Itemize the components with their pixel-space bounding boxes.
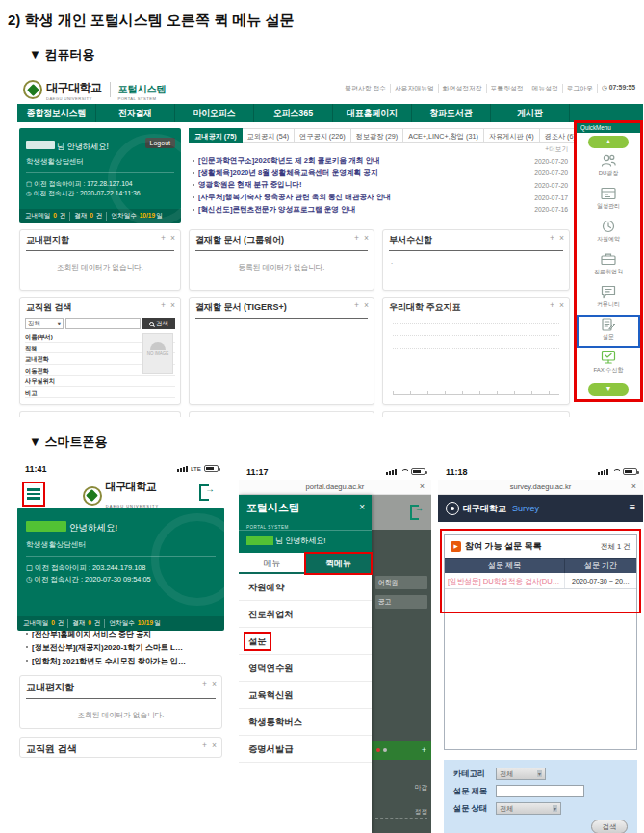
- survey-table-row[interactable]: [일반설문] DU학업적응 검사(DU… 2020-07-30 ~ 20…: [445, 573, 636, 589]
- drawer-item-certificate[interactable]: 증명서발급: [239, 736, 372, 763]
- stat-mail[interactable]: 교내메일 0 건: [23, 619, 67, 628]
- battery-icon: [411, 468, 425, 475]
- tab-menu[interactable]: 메뉴: [239, 553, 305, 574]
- drawer-item-resource-booking[interactable]: 자원예약: [239, 574, 372, 601]
- survey-title-input[interactable]: [496, 785, 584, 797]
- close-icon[interactable]: ×: [559, 233, 564, 243]
- quickmenu-scroll-up-button[interactable]: ▲: [588, 136, 629, 148]
- notice-item[interactable]: [인문과학연구소]2020학년도 제 2회 콜로키움 개최 안내2020-07-…: [191, 155, 568, 168]
- tab-campus-notice[interactable]: 교내공지 (75): [189, 128, 243, 143]
- nav-item-library[interactable]: 창파도서관: [412, 104, 491, 122]
- greeting-text: 안녕하세요!: [69, 522, 117, 533]
- nav-item-office365[interactable]: 오피스365: [254, 104, 333, 122]
- nav-item-board[interactable]: 게시판: [491, 104, 570, 122]
- tab-research-notice[interactable]: 연구공지 (226): [295, 128, 351, 143]
- stat-mail[interactable]: 교내메일 0 건: [25, 212, 69, 221]
- add-icon[interactable]: +: [161, 233, 166, 243]
- quickmenu-item-schedule[interactable]: 일정관리: [577, 184, 640, 217]
- quickmenu-item-survey-annotated-blue[interactable]: 설문: [577, 315, 640, 348]
- drawer-item-career-center[interactable]: 진로취업처: [239, 601, 372, 628]
- search-button[interactable]: 검색: [591, 820, 628, 833]
- add-icon[interactable]: +: [202, 679, 207, 689]
- user-department: 학생생활상담센터: [26, 157, 174, 167]
- utility-link-portlet[interactable]: 포틀릿설정: [486, 84, 528, 93]
- close-icon[interactable]: ×: [631, 482, 636, 491]
- close-icon[interactable]: ×: [364, 233, 369, 243]
- stat-leave[interactable]: 연차일수 10/19일: [104, 619, 164, 628]
- close-icon[interactable]: ×: [170, 300, 175, 310]
- chevron-down-icon: ▾: [58, 320, 61, 327]
- browser-url-bar: survey.daegu.ac.kr ×: [438, 480, 643, 495]
- survey-link[interactable]: [일반설문] DU학업적응 검사(DU…: [445, 573, 565, 588]
- kpi-placeholder-lines: [393, 323, 559, 349]
- notice-more-link[interactable]: +더보기: [545, 145, 568, 154]
- notice-item[interactable]: [사무처]행복기숙사 증축공사 관련 옥외 통신 배관공사 안내2020-07-…: [191, 192, 568, 204]
- add-icon[interactable]: +: [202, 741, 207, 750]
- drawer-item-education-innovation[interactable]: 교육혁신원: [239, 682, 372, 709]
- utility-link-feedback[interactable]: 불편사항 접수: [341, 84, 390, 93]
- add-icon[interactable]: +: [550, 300, 554, 310]
- add-icon[interactable]: +: [354, 233, 359, 243]
- utility-link-menu-setting[interactable]: 메뉴설정: [528, 84, 562, 93]
- close-icon[interactable]: ×: [359, 502, 365, 512]
- nav-item-info-system[interactable]: 종합정보시스템: [17, 104, 96, 122]
- clock-icon: [600, 219, 617, 234]
- no-image-label: NO IMAGE: [143, 351, 172, 356]
- add-icon[interactable]: +: [550, 233, 554, 243]
- wifi-icon: [611, 469, 620, 475]
- stat-leave[interactable]: 연차일수 10/19일: [106, 212, 166, 221]
- masked-user-name: [26, 141, 55, 149]
- product-name-block: 포털시스템 PORTAL SYSTEM: [118, 79, 167, 101]
- staff-search-button[interactable]: 검색: [142, 318, 175, 329]
- utility-link-manual[interactable]: 사용자매뉴얼: [390, 84, 438, 93]
- add-icon[interactable]: +: [161, 300, 166, 310]
- quickmenu-scroll-down-button[interactable]: ▼: [588, 383, 629, 396]
- nav-item-homepage[interactable]: 대표홈페이지: [333, 104, 412, 122]
- drawer-item-survey-annotated-red[interactable]: 설문: [239, 628, 372, 655]
- utility-link-logout[interactable]: 로그아웃: [562, 84, 597, 93]
- close-icon[interactable]: ×: [212, 741, 217, 750]
- tab-external-notice[interactable]: 교외공지 (54): [243, 128, 296, 143]
- hamburger-menu-annotated-red[interactable]: [22, 482, 45, 507]
- logout-icon[interactable]: →: [199, 484, 215, 497]
- close-icon[interactable]: ×: [170, 233, 175, 243]
- close-icon[interactable]: ×: [364, 300, 369, 310]
- tab-free-board[interactable]: 자유게시판 (4): [484, 128, 540, 143]
- quickmenu-item-du-plaza[interactable]: DU광장: [577, 151, 640, 184]
- quickmenu-item-fax-inbox[interactable]: FAX 수신함: [577, 348, 640, 380]
- staff-search-input[interactable]: [65, 318, 141, 329]
- notice-item[interactable]: [혁신선도]콘텐츠전문가 양성프로그램 운영 안내2020-07-16: [191, 203, 568, 216]
- widget-tools: +×: [545, 300, 564, 310]
- utility-link-screen-save[interactable]: 화면설정저장: [438, 84, 486, 93]
- close-icon[interactable]: ×: [559, 300, 564, 310]
- quickmenu-item-community[interactable]: 커뮤니티: [577, 282, 640, 315]
- nav-item-e-approval[interactable]: 전자결재: [96, 104, 175, 122]
- stat-approval[interactable]: 결재 0 건: [67, 619, 104, 628]
- drawer-item-shuttle-bus[interactable]: 학생통학버스: [239, 709, 372, 736]
- widget-tigers-docs: 결재할 문서 (TIGERS+) +×: [189, 297, 374, 405]
- network-label: LTE: [191, 465, 201, 472]
- notice-item[interactable]: [입학처] 2021학년도 수시모집 찾아가는 입…: [24, 654, 218, 667]
- bullet-icon: [193, 172, 194, 174]
- nav-item-myoffice[interactable]: 마이오피스: [175, 104, 254, 122]
- hamburger-menu[interactable]: ≡: [630, 501, 635, 512]
- close-icon[interactable]: ×: [420, 482, 425, 491]
- notice-item[interactable]: [생활체육]2020년 8월 생활체육교육센터 운영계획 공지2020-07-2…: [191, 168, 568, 180]
- add-icon[interactable]: +: [354, 300, 359, 310]
- tab-quickmenu-annotated-red[interactable]: 퀵메뉴: [305, 553, 372, 574]
- logout-button[interactable]: Logout: [145, 138, 175, 148]
- divider: [26, 556, 216, 557]
- stat-approval[interactable]: 결재 0 건: [69, 212, 106, 221]
- staff-search-select[interactable]: 전체▾: [25, 318, 64, 329]
- tab-ace-linc[interactable]: ACE+,LINC+,창업 (31): [403, 128, 484, 143]
- notice-item[interactable]: [정보전산부](재공지)2020-1학기 스마트 L…: [24, 640, 218, 654]
- main-nav: 종합정보시스템 전자결재 마이오피스 오피스365 대표홈페이지 창파도서관 게…: [17, 104, 643, 122]
- quickmenu-item-career-center[interactable]: 진로취업처: [577, 249, 640, 282]
- drawer-item-yeongdeok[interactable]: 영덕연수원: [239, 655, 372, 682]
- close-icon[interactable]: ×: [212, 679, 217, 689]
- quickmenu-item-resource-booking[interactable]: 자원예약: [577, 217, 640, 249]
- notice-item[interactable]: 영광학원은 현재 분규 중입니다!2020-07-20: [191, 179, 568, 192]
- status-select[interactable]: 전체▾: [496, 802, 561, 815]
- tab-info-plaza[interactable]: 정보광장 (29): [351, 128, 404, 143]
- category-select[interactable]: 전체▾: [496, 768, 546, 780]
